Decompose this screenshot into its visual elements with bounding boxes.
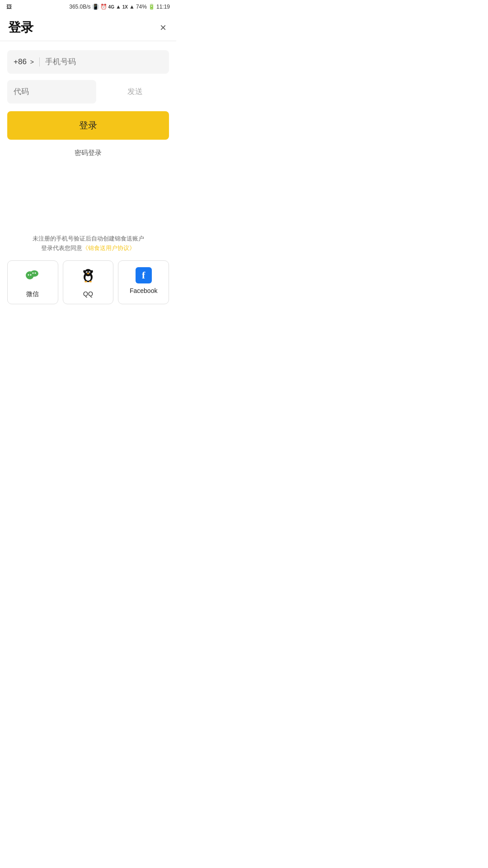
vertical-divider xyxy=(39,57,40,66)
svg-point-1 xyxy=(30,270,38,277)
wechat-label: 微信 xyxy=(26,290,39,298)
facebook-icon: f xyxy=(136,267,152,283)
svg-point-3 xyxy=(30,274,32,276)
signal-icon-1: ▲ xyxy=(116,4,121,10)
vibrate-icon: 📳 xyxy=(92,4,99,10)
page-title: 登录 xyxy=(8,19,33,36)
status-left: 🖼 xyxy=(6,4,12,10)
svg-point-13 xyxy=(87,273,89,274)
svg-point-4 xyxy=(33,273,34,274)
svg-point-2 xyxy=(28,274,29,276)
battery-icon: 🔋 xyxy=(148,4,155,10)
agreement-line2: 登录代表您同意《锦食送用户协议》 xyxy=(7,244,169,253)
svg-point-11 xyxy=(87,272,88,273)
agreement-line1: 未注册的手机号验证后自动创建锦食送账户 xyxy=(7,234,169,244)
qq-login-button[interactable]: QQ xyxy=(63,260,114,304)
send-code-button[interactable]: 发送 xyxy=(102,79,169,104)
main-content: +86 > 发送 登录 密码登录 xyxy=(0,41,176,161)
code-row: 发送 xyxy=(7,79,169,104)
network-4g-icon: 4G xyxy=(108,5,114,9)
time-display: 11:19 xyxy=(156,4,170,10)
qq-icon xyxy=(80,267,96,287)
svg-point-5 xyxy=(35,273,36,274)
login-button[interactable]: 登录 xyxy=(7,111,169,140)
expand-arrow: > xyxy=(30,58,34,66)
signal-icon-2: ▲ xyxy=(129,4,135,10)
alarm-icon: ⏰ xyxy=(100,4,107,10)
wechat-login-button[interactable]: 微信 xyxy=(7,260,58,304)
facebook-label: Facebook xyxy=(130,287,157,294)
country-code[interactable]: +86 xyxy=(14,57,27,66)
header: 登录 × xyxy=(0,13,176,41)
phone-input-row: +86 > xyxy=(7,50,169,74)
svg-point-15 xyxy=(89,281,92,283)
network-1x-icon: 1X xyxy=(122,5,128,9)
agreement-link[interactable]: 《锦食送用户协议》 xyxy=(82,245,135,251)
agreement-text: 未注册的手机号验证后自动创建锦食送账户 登录代表您同意《锦食送用户协议》 xyxy=(7,234,169,253)
wechat-icon xyxy=(24,267,41,287)
facebook-login-button[interactable]: f Facebook xyxy=(118,260,169,304)
social-login-row: 微信 xyxy=(7,260,169,304)
svg-point-12 xyxy=(89,272,90,273)
speed-indicator: 365.0B/s xyxy=(69,4,90,10)
phone-number-input[interactable] xyxy=(45,57,163,66)
gallery-icon: 🖼 xyxy=(6,4,12,10)
close-button[interactable]: × xyxy=(158,19,168,36)
bottom-section: 未注册的手机号验证后自动创建锦食送账户 登录代表您同意《锦食送用户协议》 微信 xyxy=(0,227,176,313)
svg-point-14 xyxy=(84,281,87,283)
status-right: 365.0B/s 📳 ⏰ 4G ▲ 1X ▲ 74% 🔋 11:19 xyxy=(69,4,170,10)
code-input-wrap xyxy=(7,80,96,104)
password-login-link[interactable]: 密码登录 xyxy=(7,145,169,161)
status-bar: 🖼 365.0B/s 📳 ⏰ 4G ▲ 1X ▲ 74% 🔋 11:19 xyxy=(0,0,176,13)
battery-percent: 74% xyxy=(136,4,147,10)
qq-label: QQ xyxy=(83,290,93,297)
verification-code-input[interactable] xyxy=(14,87,90,96)
